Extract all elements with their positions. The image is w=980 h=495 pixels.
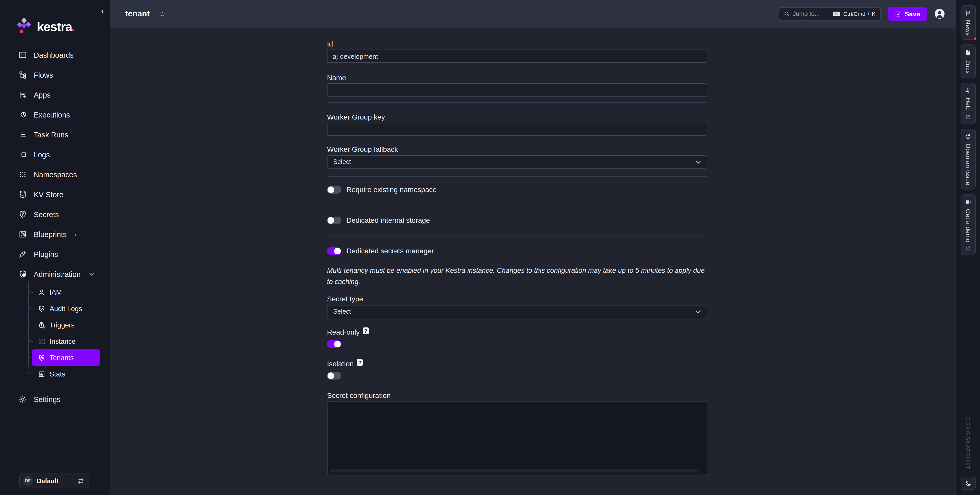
dedicated-secrets-manager-row: Dedicated secrets manager (327, 247, 707, 255)
chevron-right-icon: › (74, 230, 76, 238)
dedicated-internal-storage-label: Dedicated internal storage (347, 216, 430, 224)
sidebar-item-label: Task Runs (34, 131, 68, 139)
sidebar-item-blueprints[interactable]: Blueprints › (0, 224, 110, 244)
require-existing-namespace-row: Require existing namespace (327, 185, 707, 194)
worker-group-key-input[interactable] (327, 123, 707, 136)
secret-configuration-editor[interactable] (327, 401, 707, 475)
divider (327, 176, 707, 177)
sidebar-item-label: Blueprints (34, 230, 67, 238)
sidebar-item-label: Instance (49, 337, 76, 345)
dedicated-secrets-manager-label: Dedicated secrets manager (347, 247, 434, 255)
sidebar-item-flows[interactable]: Flows (0, 65, 110, 85)
divider (327, 203, 707, 203)
sidebar-item-label: Triggers (49, 321, 75, 329)
sidebar-item-label: Stats (49, 370, 65, 378)
plugins-icon (18, 250, 27, 258)
help-icon[interactable]: ? (356, 359, 363, 366)
divider (327, 102, 707, 103)
read-only-toggle[interactable] (327, 340, 341, 348)
read-only-label: Read-only ? (327, 328, 707, 337)
jump-to-search[interactable]: Jump to... Ctrl/Cmd + K (778, 7, 881, 21)
sidebar-item-stats[interactable]: Stats (32, 366, 100, 382)
iam-icon (38, 288, 46, 296)
dedicated-internal-storage-row: Dedicated internal storage (327, 216, 707, 224)
worker-group-fallback-label: Worker Group fallback (327, 145, 707, 154)
dedicated-secrets-manager-toggle[interactable] (327, 247, 341, 255)
logs-icon (18, 150, 27, 159)
sidebar-item-label: Namespaces (34, 170, 77, 178)
worker-group-fallback-select[interactable]: Select (327, 155, 707, 169)
sidebar-item-instance[interactable]: Instance (32, 333, 100, 349)
secrets-icon (18, 210, 27, 219)
sidebar-item-label: Apps (34, 91, 51, 99)
news-button[interactable]: News (960, 5, 976, 40)
sidebar-item-label: Administration (34, 270, 81, 278)
sidebar-item-kv-store[interactable]: KV Store (0, 185, 110, 204)
sidebar-item-namespaces[interactable]: Namespaces (0, 164, 110, 185)
sidebar-item-triggers[interactable]: Triggers (32, 317, 100, 333)
editor-scrollbar[interactable] (330, 469, 700, 473)
external-link-icon (965, 246, 971, 251)
tenants-icon (38, 354, 46, 361)
sidebar-item-label: Settings (34, 395, 60, 403)
tenant-name: Default (37, 477, 73, 484)
require-existing-namespace-toggle[interactable] (327, 186, 341, 193)
sidebar-collapse-icon[interactable]: ‹ (101, 6, 104, 14)
sidebar-item-label: KV Store (34, 190, 64, 199)
namespaces-icon (18, 170, 27, 179)
sidebar-item-settings[interactable]: Settings (0, 389, 110, 409)
executions-icon (18, 110, 27, 119)
docs-button[interactable]: Docs (960, 45, 976, 78)
help-icon[interactable]: ? (363, 328, 369, 334)
tenant-avatar: DE (23, 476, 33, 486)
save-button[interactable]: Save (888, 6, 927, 21)
id-label: Id (327, 40, 707, 49)
sidebar-item-iam[interactable]: IAM (32, 284, 100, 300)
tenant-form: Id Name Worker Group key Worker Group fa… (327, 40, 707, 475)
sidebar-item-plugins[interactable]: Plugins (0, 244, 110, 264)
divider (327, 235, 707, 236)
sidebar-item-tenants[interactable]: Tenants (32, 349, 100, 366)
blueprints-icon (18, 230, 27, 239)
sidebar-item-secrets[interactable]: Secrets (0, 204, 110, 224)
sidebar-item-label: Plugins (34, 250, 58, 258)
administration-icon (18, 270, 27, 279)
open-an-issue-button[interactable]: Open an Issue (960, 129, 976, 189)
secret-type-select[interactable]: Select (327, 305, 707, 318)
administration-subnav: IAM Audit Logs Triggers Instance Tenants (28, 284, 110, 382)
tenant-switcher[interactable]: DE Default (19, 474, 89, 489)
help-button[interactable]: Help (960, 83, 976, 124)
sidebar-item-audit-logs[interactable]: Audit Logs (32, 300, 100, 317)
right-rail: News Docs Help Open an Issue Get a demo … (956, 0, 980, 495)
isolation-toggle[interactable] (327, 372, 341, 380)
worker-group-key-label: Worker Group key (327, 113, 707, 122)
kestra-logo[interactable]: kestra. (15, 18, 110, 36)
user-avatar-icon[interactable] (934, 8, 945, 19)
get-a-demo-button[interactable]: Get a demo (960, 194, 976, 255)
save-icon (894, 11, 901, 17)
slack-icon (965, 88, 971, 94)
kestra-logo-icon (15, 18, 33, 36)
shortcut-label: Ctrl/Cmd + K (843, 11, 876, 17)
sidebar-item-label: Dashboards (34, 51, 73, 59)
sidebar-item-executions[interactable]: Executions (0, 105, 110, 125)
sidebar-item-task-runs[interactable]: Task Runs (0, 125, 110, 145)
logo-text: kestra (37, 19, 72, 33)
sidebar-item-administration[interactable]: Administration (0, 264, 110, 284)
name-input[interactable] (327, 83, 707, 97)
jump-to-placeholder: Jump to... (793, 10, 830, 18)
dedicated-internal-storage-toggle[interactable] (327, 216, 341, 224)
sidebar-item-logs[interactable]: Logs (0, 145, 110, 164)
sidebar-item-apps[interactable]: Apps (0, 85, 110, 105)
task-runs-icon (18, 130, 27, 139)
moon-icon (964, 480, 972, 487)
sidebar-nav: Dashboards Flows Apps Executions Task Ru… (0, 45, 110, 409)
require-existing-namespace-label: Require existing namespace (347, 185, 437, 194)
theme-toggle-button[interactable] (960, 477, 976, 490)
id-input[interactable] (327, 49, 707, 63)
notification-dot (973, 36, 977, 41)
sidebar-item-dashboards[interactable]: Dashboards (0, 45, 110, 65)
version-label: 0.23.0-SNAPSHOT (965, 417, 971, 470)
favorite-star-icon[interactable]: ☆ (159, 10, 165, 18)
sidebar-item-label: Executions (34, 111, 70, 119)
